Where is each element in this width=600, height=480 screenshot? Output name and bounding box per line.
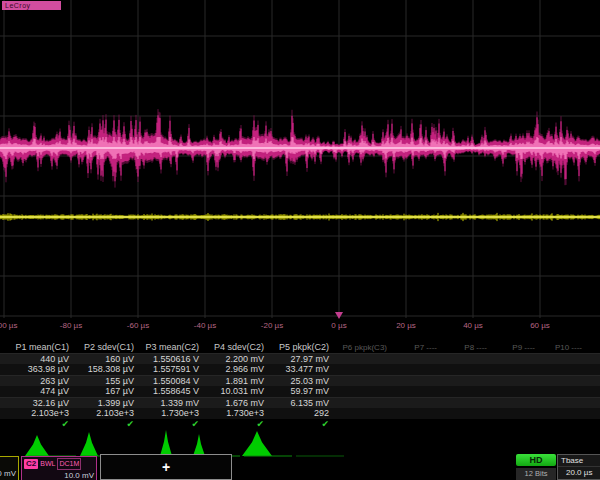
table-row: 2.103e+32.103e+31.730e+31.730e+3292 [0,408,600,419]
param-value [393,398,443,408]
c1-coupling-label: DC1M [0,458,16,468]
param-value: 155 µV [75,376,140,386]
tbase-label: Tbase [558,455,600,467]
waveform-graticule [0,0,600,340]
channel-descriptor-c2[interactable]: C2 BWL DC1M 10.0 mV [21,456,97,480]
time-axis-label: 0 µs [331,321,346,330]
time-axis-label: 40 µs [463,321,483,330]
param-value [493,364,541,375]
time-axis-label: -100 µs [0,321,17,330]
param-value: 292 [270,408,335,419]
c2-scale-value: 10.0 mV [24,470,94,480]
add-trace-box[interactable]: + [100,454,232,480]
param-value [335,408,393,419]
param-header[interactable]: P2 sdev(C1) [75,342,140,353]
param-value [588,398,600,408]
hd-bits-label: 12 Bits [516,468,556,480]
c2-bwl-label: BWL [40,459,55,469]
param-value: 167 µV [75,386,140,397]
histicon[interactable] [80,432,136,456]
param-value [443,398,493,408]
time-axis-label: -20 µs [261,321,283,330]
param-value [335,376,393,386]
time-axis-label: 20 µs [396,321,416,330]
param-value [493,408,541,419]
timebase-descriptor[interactable]: Tbase 20.0 µs [557,454,600,480]
param-value: 6.135 mV [270,398,335,408]
param-value: 2.200 mV [205,354,270,364]
param-value: 1.399 µV [75,398,140,408]
table-row: 474 µV167 µV1.558645 V10.031 mV59.97 mV [0,386,600,397]
hd-mode-badge[interactable]: HD [516,454,556,466]
param-value: 32.16 µV [0,398,75,408]
trigger-time-marker-icon[interactable] [335,312,343,319]
param-header[interactable]: P9 ---- [493,342,541,353]
param-header[interactable]: P8 ---- [443,342,493,353]
param-value [541,354,588,364]
param-value [588,364,600,375]
param-header[interactable]: P1 mean(C1) [0,342,75,353]
c2-channel-badge: C2 [24,459,38,469]
param-value: 263 µV [0,376,75,386]
histicon[interactable] [25,435,76,456]
parameter-histicons[interactable] [0,430,600,459]
time-axis-label: -40 µs [194,321,216,330]
param-value [335,386,393,397]
param-value [443,364,493,375]
param-value [443,408,493,419]
param-value: 1.558645 V [140,386,205,397]
param-value: 59.97 mV [270,386,335,397]
param-value [493,354,541,364]
param-header[interactable]: P10 ---- [541,342,588,353]
param-value: 1.557591 V [140,364,205,375]
param-status-check-icon: ✔ [75,419,140,430]
param-value: 160 µV [75,354,140,364]
histicon[interactable] [141,430,188,456]
param-value [541,386,588,397]
channel-descriptor-c1[interactable]: DC1M 10.0 mV [0,456,19,480]
param-value [541,398,588,408]
param-header[interactable]: P6 pkpk(C3) [335,342,393,353]
table-row: 440 µV160 µV1.550616 V2.200 mV27.97 mV [0,353,600,364]
param-value: 1.676 mV [205,398,270,408]
param-value: 2.103e+3 [0,408,75,419]
param-value: 1.339 mV [140,398,205,408]
param-value [393,408,443,419]
measurement-table: P1 mean(C1)P2 sdev(C1)P3 mean(C2)P4 sdev… [0,342,600,430]
param-status-check-icon [443,419,493,430]
param-header[interactable]: P11 [588,342,600,353]
param-header[interactable]: P7 ---- [393,342,443,353]
param-value [588,386,600,397]
param-status-check-icon: ✔ [140,419,205,430]
param-value [393,364,443,375]
param-value [393,354,443,364]
param-status-check-icon: ✔ [270,419,335,430]
logo-badge: LeCroy [2,1,61,10]
histicon[interactable] [242,431,292,456]
param-header[interactable]: P4 sdev(C2) [205,342,270,353]
param-value [588,376,600,386]
table-row: ✔✔✔✔✔ [0,419,600,430]
plus-icon: + [162,459,170,475]
param-status-check-icon: ✔ [0,419,75,430]
param-value [588,354,600,364]
histicon[interactable] [193,434,240,456]
time-axis-label: -80 µs [60,321,82,330]
param-value: 27.97 mV [270,354,335,364]
table-row: 363.98 µV158.308 µV1.557591 V2.966 mV33.… [0,364,600,375]
param-value: 33.477 mV [270,364,335,375]
c2-coupling-label: DC1M [57,458,81,470]
param-value [493,376,541,386]
param-value [393,376,443,386]
param-value: 363.98 µV [0,364,75,375]
table-row: 263 µV155 µV1.550084 V1.891 mV25.03 mV [0,375,600,386]
param-header[interactable]: P5 pkpk(C2) [270,342,335,353]
param-value [493,386,541,397]
param-value [541,408,588,419]
param-value: 1.550616 V [140,354,205,364]
tbase-value: 20.0 µs [558,467,600,479]
param-status-check-icon [541,419,588,430]
param-status-check-icon [588,419,600,430]
param-value: 1.730e+3 [140,408,205,419]
param-header[interactable]: P3 mean(C2) [140,342,205,353]
